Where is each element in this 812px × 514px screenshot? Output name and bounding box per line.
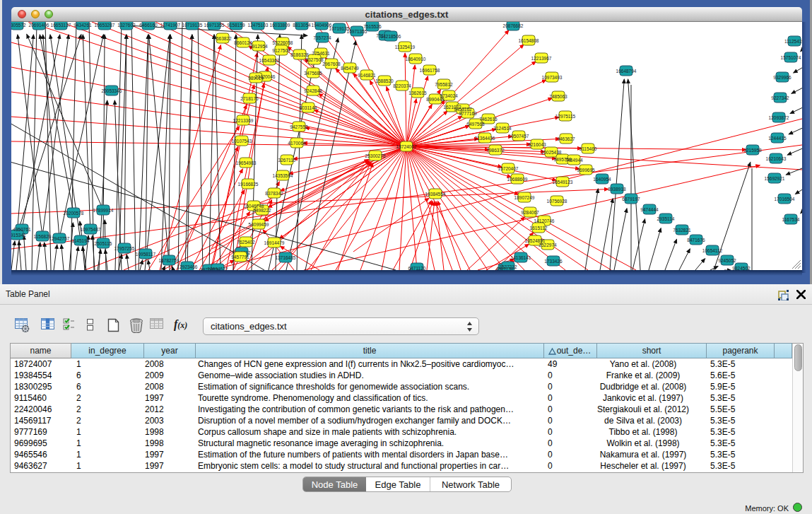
svg-text:3267110: 3267110	[278, 158, 296, 163]
svg-text:10973493: 10973493	[542, 75, 563, 80]
svg-text:1362615: 1362615	[408, 90, 427, 95]
svg-text:12213967: 12213967	[531, 56, 552, 61]
svg-text:17899914: 17899914	[93, 208, 114, 213]
svg-text:18640910: 18640910	[406, 57, 426, 62]
svg-text:989014: 989014	[248, 76, 264, 81]
svg-text:2522974: 2522974	[539, 243, 557, 247]
svg-text:8454749: 8454749	[341, 66, 359, 71]
svg-text:10653287: 10653287	[95, 23, 115, 28]
svg-text:16971355: 16971355	[204, 23, 225, 28]
svg-text:8378342: 8378342	[265, 191, 283, 196]
svg-text:7955812: 7955812	[435, 82, 453, 87]
svg-text:1615112: 1615112	[530, 226, 548, 230]
svg-text:12923466: 12923466	[177, 264, 198, 269]
svg-text:1244415: 1244415	[768, 136, 787, 141]
svg-text:8813054: 8813054	[293, 23, 311, 28]
svg-text:10975487: 10975487	[81, 227, 101, 232]
svg-text:11741907: 11741907	[160, 23, 181, 28]
svg-text:9463627: 9463627	[557, 136, 575, 141]
svg-text:9777169: 9777169	[459, 111, 477, 116]
svg-text:25300275: 25300275	[365, 153, 386, 158]
svg-text:3915341: 3915341	[11, 233, 26, 238]
svg-text:2967608: 2967608	[322, 62, 341, 66]
svg-text:2935114: 2935114	[657, 216, 675, 221]
svg-text:3215958: 3215958	[743, 148, 762, 153]
svg-text:6734024: 6734024	[440, 93, 458, 98]
svg-text:9457791: 9457791	[231, 255, 249, 259]
svg-text:16154808: 16154808	[519, 38, 539, 43]
svg-text:6497568: 6497568	[466, 122, 485, 127]
svg-text:7484944: 7484944	[565, 158, 583, 163]
svg-text:21364436: 21364436	[475, 136, 495, 141]
svg-text:14353594: 14353594	[273, 173, 293, 178]
svg-text:16033809: 16033809	[270, 23, 290, 28]
svg-text:2505115: 2505115	[95, 241, 112, 246]
svg-text:12942757: 12942757	[49, 236, 70, 241]
svg-text:16549123: 16549123	[553, 180, 573, 185]
svg-text:9284067: 9284067	[521, 210, 539, 215]
svg-text:19166825: 19166825	[238, 182, 259, 187]
svg-text:20876682: 20876682	[503, 23, 524, 28]
svg-text:17016504: 17016504	[775, 197, 795, 201]
svg-text:3912954: 3912954	[249, 44, 268, 49]
svg-text:16210643: 16210643	[766, 156, 787, 161]
svg-text:6879197: 6879197	[622, 197, 640, 201]
svg-text:9329966: 9329966	[773, 75, 792, 80]
svg-text:4170064: 4170064	[288, 141, 306, 146]
svg-text:7986372: 7986372	[486, 148, 505, 153]
svg-text:17957255: 17957255	[114, 246, 135, 251]
svg-text:10107543: 10107543	[232, 139, 252, 144]
svg-text:7357274: 7357274	[313, 35, 331, 40]
svg-text:54099459: 54099459	[249, 222, 269, 227]
svg-text:18724007: 18724007	[396, 144, 417, 149]
svg-text:7663822: 7663822	[213, 36, 232, 41]
svg-text:9127509: 9127509	[272, 48, 290, 53]
svg-text:18907249: 18907249	[514, 195, 535, 200]
svg-text:10688609: 10688609	[507, 177, 528, 182]
svg-text:9146821: 9146821	[358, 73, 376, 78]
svg-text:10507457: 10507457	[509, 134, 529, 139]
svg-text:6466160: 6466160	[139, 23, 158, 28]
svg-text:2718176: 2718176	[240, 96, 259, 101]
svg-text:8186328: 8186328	[290, 52, 309, 57]
svg-text:16653137: 16653137	[51, 23, 71, 28]
svg-text:7754631: 7754631	[312, 51, 330, 56]
svg-text:53226058: 53226058	[273, 40, 293, 45]
svg-text:7625402: 7625402	[237, 240, 255, 245]
svg-text:1327602: 1327602	[117, 23, 136, 28]
svg-text:8031144: 8031144	[300, 105, 317, 110]
svg-text:9115460: 9115460	[579, 146, 597, 151]
svg-text:8220374: 8220374	[393, 83, 411, 88]
svg-text:19654983: 19654983	[236, 160, 257, 165]
svg-text:9242848: 9242848	[304, 88, 322, 93]
svg-text:12213369: 12213369	[233, 118, 254, 123]
svg-text:12475103: 12475103	[248, 23, 269, 28]
svg-text:14120746: 14120746	[534, 218, 555, 223]
svg-text:8471676: 8471676	[687, 238, 705, 243]
svg-text:4350761: 4350761	[13, 227, 31, 232]
svg-text:6216043: 6216043	[528, 142, 546, 147]
svg-text:11125419: 11125419	[784, 39, 802, 44]
svg-text:15692921: 15692921	[765, 176, 785, 181]
svg-text:8938918: 8938918	[608, 187, 626, 192]
svg-text:2305572: 2305572	[11, 23, 26, 28]
svg-text:20200578: 20200578	[64, 211, 84, 216]
svg-text:16782759: 16782759	[159, 258, 180, 263]
svg-text:13716485: 13716485	[276, 255, 296, 260]
svg-text:16543362: 16543362	[259, 58, 280, 63]
svg-text:16914479: 16914479	[264, 240, 285, 245]
svg-text:7485063: 7485063	[549, 94, 567, 99]
svg-text:12975115: 12975115	[555, 114, 576, 119]
svg-text:16961758: 16961758	[420, 68, 440, 73]
svg-text:20691406: 20691406	[29, 23, 49, 28]
svg-text:9699695: 9699695	[577, 168, 595, 173]
svg-text:15751074: 15751074	[781, 55, 801, 60]
svg-text:12093872: 12093872	[769, 115, 789, 120]
svg-text:1527212: 1527212	[499, 264, 517, 269]
svg-text:10958117: 10958117	[136, 252, 156, 257]
svg-text:7462616: 7462616	[479, 117, 498, 122]
svg-text:14136141: 14136141	[511, 255, 531, 260]
svg-text:9158159: 9158159	[227, 23, 245, 28]
svg-text:5498222: 5498222	[253, 208, 271, 213]
svg-text:16648794: 16648794	[616, 69, 637, 74]
